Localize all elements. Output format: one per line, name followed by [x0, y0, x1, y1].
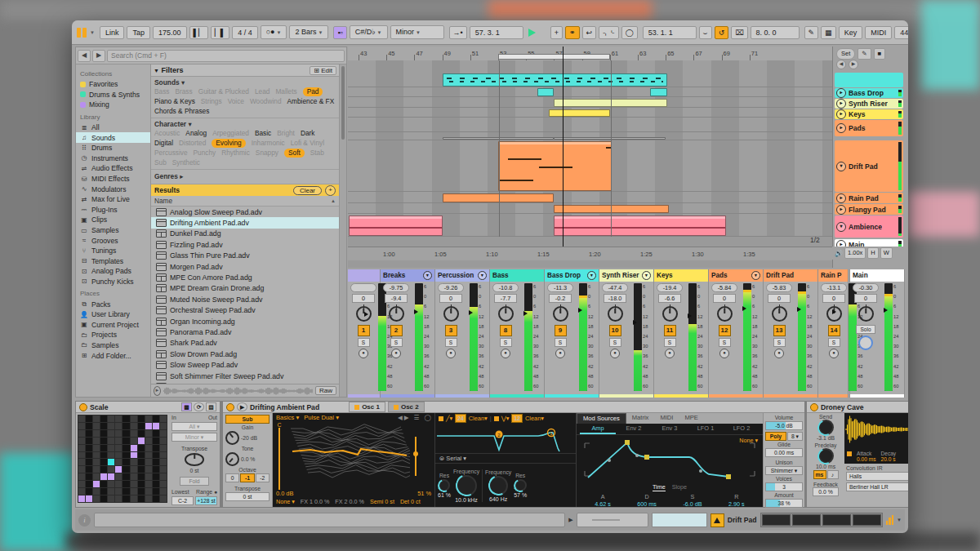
scale-grid-cell[interactable]: [160, 488, 167, 495]
draw-mode-icon[interactable]: ✎: [804, 26, 819, 39]
filter-tag-chords-phrases[interactable]: Chords & Phrases: [154, 107, 209, 116]
sidebar-item-plug-ins[interactable]: ⎓Plug-Ins: [80, 205, 150, 216]
scale-grid-cell[interactable]: [115, 452, 122, 459]
device-overview[interactable]: [577, 513, 648, 527]
result-item[interactable]: Slow Drown Pad.adg: [151, 349, 339, 359]
scale-grid-cell[interactable]: [160, 459, 167, 465]
sidebar-item-punchy-kicks[interactable]: ⊡Punchy Kicks: [80, 277, 150, 287]
filter-tag-acoustic[interactable]: Acoustic: [154, 129, 180, 138]
scale-grid-cell[interactable]: [138, 466, 145, 473]
chain-play-icon[interactable]: ▶: [568, 517, 572, 523]
result-item[interactable]: Drifting Ambient Pad.adv: [151, 217, 339, 228]
mixer-track-title[interactable]: Rain P: [818, 269, 848, 282]
scale-grid-cell[interactable]: [86, 488, 92, 495]
osc-level-value[interactable]: 0.0 dB: [276, 490, 293, 497]
scale-grid-cell[interactable]: [160, 452, 167, 459]
fader-position-marker[interactable]: [414, 309, 418, 314]
playhead[interactable]: [563, 47, 564, 260]
scale-grid-cell[interactable]: [131, 473, 137, 480]
volume-field[interactable]: 0: [854, 294, 877, 303]
scale-grid-cell[interactable]: [115, 466, 122, 473]
scroll-right-icon[interactable]: ▶: [849, 60, 858, 69]
height-zoom-button[interactable]: H: [867, 247, 878, 259]
mixer-track-title[interactable]: Keys: [654, 269, 708, 282]
filter-tag-percussive[interactable]: Percussive: [154, 149, 188, 158]
browser-scrollbar[interactable]: [340, 64, 346, 397]
device-on-icon[interactable]: [226, 403, 234, 411]
scale-grid-cell[interactable]: [138, 473, 145, 480]
solo-button[interactable]: S: [445, 338, 457, 347]
mixer-track-title[interactable]: Bass: [490, 269, 544, 282]
loop-brace[interactable]: [498, 54, 610, 60]
filter-tag-snappy[interactable]: Snappy: [256, 149, 278, 158]
solo-button[interactable]: S: [555, 338, 567, 347]
wt-position-value[interactable]: 51 %: [417, 490, 431, 497]
ir-attack-icon[interactable]: [847, 451, 852, 456]
pan-knob[interactable]: [772, 306, 787, 322]
sidebar-item-grooves[interactable]: ≈Grooves: [80, 235, 150, 246]
track-lane[interactable]: [348, 87, 832, 97]
scale-grid-cell[interactable]: [86, 445, 92, 451]
wt-position-slider[interactable]: [415, 437, 416, 476]
osc-fx2-field[interactable]: FX 2 0.0 %: [335, 498, 364, 505]
filter2-type-icon[interactable]: ⋁▾: [501, 415, 510, 422]
filter-tag-piano-keys[interactable]: Piano & Keys: [154, 97, 195, 106]
count-in-icon[interactable]: ▏▌: [211, 26, 229, 39]
env-mod-target-selector[interactable]: None ▾: [739, 437, 758, 444]
volume-field[interactable]: 0: [439, 294, 462, 303]
volume-field[interactable]: -0.2: [549, 294, 572, 303]
scale-grid-cell[interactable]: [78, 452, 85, 459]
track-fold-icon[interactable]: ▾: [836, 222, 846, 232]
filter-tag-basic[interactable]: Basic: [255, 129, 271, 138]
result-item[interactable]: Orchestral Sweep Pad.adv: [151, 305, 339, 316]
arrangement-clip[interactable]: [554, 216, 725, 236]
scale-grid-cell[interactable]: [93, 423, 100, 429]
scale-grid-cell[interactable]: [160, 445, 167, 451]
track-lane[interactable]: [348, 193, 832, 203]
sidebar-item-audio-effects[interactable]: ⇌Audio Effects: [80, 163, 150, 174]
sidebar-item-clips[interactable]: ▣Clips: [80, 215, 150, 225]
scale-grid-cell[interactable]: [86, 459, 92, 465]
scale-grid-cell[interactable]: [78, 415, 85, 422]
scale-name-selector[interactable]: Minor▼: [390, 25, 444, 39]
sidebar-item-sounds[interactable]: ♫Sounds: [76, 132, 150, 143]
scale-grid-cell[interactable]: [153, 473, 159, 480]
scale-grid-cell[interactable]: [138, 438, 145, 444]
arrangement-clip[interactable]: [443, 193, 555, 202]
wt-prev-next-icons[interactable]: ◀ ▶: [398, 414, 409, 421]
scale-grid-cell[interactable]: [100, 466, 107, 473]
ir-attack-value[interactable]: 0.00 ms: [857, 456, 875, 462]
scale-grid-cell[interactable]: [93, 481, 100, 487]
scale-grid-cell[interactable]: [122, 423, 129, 429]
gain-knob[interactable]: [225, 431, 239, 445]
predelay-knob[interactable]: [818, 448, 834, 464]
freeze-icon[interactable]: ▾: [751, 271, 760, 280]
scale-grid-cell[interactable]: [115, 423, 122, 429]
scale-grid-cell[interactable]: [153, 488, 159, 495]
wt-view-list-icon[interactable]: ☰: [414, 414, 420, 421]
arm-button[interactable]: ●: [501, 349, 510, 358]
volume-field[interactable]: 0: [713, 294, 736, 303]
scale-grid-cell[interactable]: [115, 488, 122, 495]
clear-filters-button[interactable]: Clear: [293, 186, 322, 195]
scale-grid-cell[interactable]: [131, 452, 137, 459]
filter-tag-dark[interactable]: Dark: [301, 129, 315, 138]
scale-grid-cell[interactable]: [78, 445, 85, 451]
sidebar-item-tunings[interactable]: ⑂Tunings: [80, 246, 150, 256]
scale-grid-cell[interactable]: [153, 430, 159, 437]
scale-grid-cell[interactable]: [122, 495, 129, 502]
track-fold-icon[interactable]: ▸: [836, 205, 846, 215]
scale-grid-cell[interactable]: [131, 423, 137, 429]
scale-grid-cell[interactable]: [100, 438, 107, 444]
arm-button[interactable]: ●: [610, 349, 620, 358]
volume-field[interactable]: -7.7: [494, 294, 517, 303]
scale-grid-cell[interactable]: [153, 495, 159, 502]
volume-field[interactable]: 0: [822, 294, 845, 303]
scale-grid-cell[interactable]: [131, 415, 137, 422]
track-activator-button[interactable]: 13: [773, 325, 786, 336]
arm-button[interactable]: ●: [719, 349, 729, 358]
voice-count-selector[interactable]: 8 ▾: [787, 432, 803, 441]
scale-grid-cell[interactable]: [153, 438, 159, 444]
scale-grid-cell[interactable]: [115, 415, 122, 422]
result-item[interactable]: Shark Pad.adv: [151, 338, 339, 349]
